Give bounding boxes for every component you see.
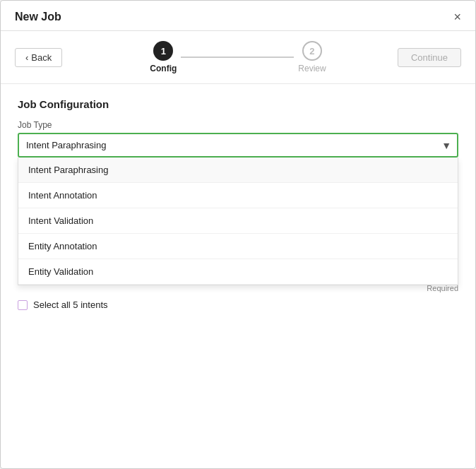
steps-container: 1 Config 2 Review <box>15 41 461 73</box>
modal-header: New Job × <box>1 1 475 31</box>
job-type-label: Job Type <box>18 120 458 130</box>
step-1: 1 Config <box>150 41 177 73</box>
job-type-input[interactable] <box>18 133 458 158</box>
step-line <box>181 57 294 58</box>
dropdown-item-0[interactable]: Intent Paraphrasing <box>18 158 458 183</box>
step-2: 2 Review <box>298 41 326 73</box>
select-all-row: Select all 5 intents <box>18 299 458 310</box>
new-job-modal: New Job × ‹ Back 1 Config 2 Review Conti… <box>0 0 476 469</box>
close-button[interactable]: × <box>453 11 461 23</box>
section-title: Job Configuration <box>18 98 458 110</box>
stepper: ‹ Back 1 Config 2 Review Continue <box>1 31 475 84</box>
step-2-label: Review <box>298 64 326 73</box>
continue-button[interactable]: Continue <box>398 48 461 67</box>
dropdown-item-2[interactable]: Intent Validation <box>18 208 458 234</box>
select-all-checkbox[interactable] <box>18 300 28 310</box>
dropdown-item-4[interactable]: Entity Validation <box>18 259 458 285</box>
step-1-circle: 1 <box>153 41 173 61</box>
select-all-label: Select all 5 intents <box>33 299 108 310</box>
step-1-label: Config <box>150 64 177 73</box>
step-2-circle: 2 <box>302 41 322 61</box>
dropdown-item-3[interactable]: Entity Annotation <box>18 234 458 259</box>
dropdown-item-1[interactable]: Intent Annotation <box>18 183 458 208</box>
back-button[interactable]: ‹ Back <box>15 48 62 67</box>
modal-title: New Job <box>15 11 61 23</box>
modal-body: Job Configuration Job Type ▼ Intent Para… <box>1 84 475 468</box>
job-type-select-wrapper: ▼ Intent Paraphrasing Intent Annotation … <box>18 133 458 158</box>
job-type-dropdown: Intent Paraphrasing Intent Annotation In… <box>18 158 458 285</box>
chevron-left-icon: ‹ <box>25 52 28 63</box>
